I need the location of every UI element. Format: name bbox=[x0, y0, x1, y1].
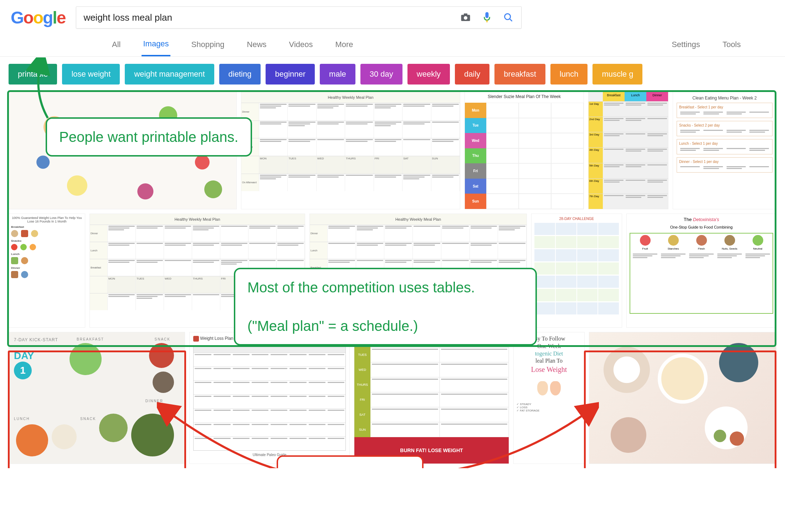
thumb-title: Slender Suzie Meal Plan Of The Week bbox=[465, 92, 584, 103]
image-results: Healthy Weekly Meal Plan Dinner Lunch Br… bbox=[0, 92, 785, 464]
chip-male[interactable]: male bbox=[320, 64, 355, 85]
result-thumb[interactable]: Slender Suzie Meal Plan Of The Week Mon … bbox=[465, 92, 584, 209]
chip-weekly[interactable]: weekly bbox=[407, 64, 450, 85]
tab-videos[interactable]: Videos bbox=[288, 34, 314, 56]
thumb-title: Healthy Weekly Meal Plan bbox=[90, 214, 305, 225]
tab-all[interactable]: All bbox=[111, 34, 122, 56]
chip-dieting[interactable]: dieting bbox=[219, 64, 261, 85]
thumb-title: Healthy Weekly Meal Plan bbox=[310, 214, 527, 225]
chip-muscle-g[interactable]: muscle g bbox=[592, 64, 642, 85]
search-icon[interactable] bbox=[503, 12, 514, 23]
thumb-title: Clean Eating Menu Plan - Week 2 bbox=[677, 96, 773, 101]
tab-shopping[interactable]: Shopping bbox=[190, 34, 226, 56]
arrow-icon bbox=[157, 402, 285, 468]
result-thumb-fitbit[interactable] bbox=[589, 332, 776, 464]
thumb-title: Healthy Weekly Meal Plan bbox=[241, 92, 460, 103]
svg-line-6 bbox=[510, 19, 512, 21]
chip-30-day[interactable]: 30 day bbox=[360, 64, 402, 85]
search-tabs: All Images Shopping News Videos More Set… bbox=[0, 33, 785, 57]
svg-rect-3 bbox=[486, 12, 489, 18]
svg-point-5 bbox=[505, 14, 510, 20]
svg-point-1 bbox=[464, 16, 467, 20]
thumb-title: 100% Guaranteed Weight Loss Plan To Help… bbox=[11, 216, 83, 223]
tab-more[interactable]: More bbox=[334, 34, 354, 56]
microphone-icon[interactable] bbox=[481, 12, 493, 23]
result-thumb[interactable]: The Detoxinista's One-Stop Guide to Food… bbox=[626, 214, 776, 328]
annotation-callout-tables: Most of the competition uses tables. ("M… bbox=[234, 268, 537, 346]
header: Google bbox=[0, 0, 785, 33]
refinement-chips: printablelose weightweight managementdie… bbox=[0, 57, 785, 92]
result-thumb[interactable]: 100% Guaranteed Weight Loss Plan To Help… bbox=[9, 214, 85, 328]
chip-breakfast[interactable]: breakfast bbox=[494, 64, 545, 85]
chip-lunch[interactable]: lunch bbox=[550, 64, 588, 85]
result-thumb[interactable]: Healthy Weekly Meal Plan Dinner Lunch Br… bbox=[241, 92, 460, 209]
thumb-title: 28-DAY CHALLENGE bbox=[534, 217, 619, 221]
google-logo[interactable]: Google bbox=[11, 8, 65, 27]
chip-beginner[interactable]: beginner bbox=[266, 64, 315, 85]
result-row-3: 7-DAY KICK-START DAY 1 BREAKFAST SNACK L… bbox=[9, 332, 776, 464]
search-icons bbox=[460, 12, 514, 23]
tab-images[interactable]: Images bbox=[142, 33, 170, 56]
tab-news[interactable]: News bbox=[246, 34, 268, 56]
tab-tools[interactable]: Tools bbox=[721, 34, 742, 56]
arrow-icon bbox=[449, 402, 599, 468]
chip-weight-management[interactable]: weight management bbox=[125, 64, 214, 85]
chip-daily[interactable]: daily bbox=[455, 64, 489, 85]
result-thumb[interactable]: BreakfastLunchDinner 1st Day 2nd Day 3rd… bbox=[588, 92, 668, 209]
svg-rect-2 bbox=[464, 14, 467, 15]
search-input[interactable] bbox=[83, 12, 460, 23]
result-thumb[interactable]: Clean Eating Menu Plan - Week 2 Breakfas… bbox=[673, 92, 776, 209]
result-thumb[interactable]: 28-DAY CHALLENGE bbox=[531, 214, 622, 328]
annotation-callout-fitbit: No tables for Fitbit. bbox=[277, 455, 424, 468]
thumb-title: One-Stop Guide to Food Combining bbox=[630, 225, 773, 229]
thumb-title: Weight Loss Plan bbox=[200, 336, 233, 341]
camera-icon[interactable] bbox=[460, 12, 471, 23]
arrow-icon bbox=[26, 57, 73, 122]
search-box[interactable] bbox=[76, 6, 522, 29]
tab-settings[interactable]: Settings bbox=[670, 34, 702, 56]
annotation-callout-printable: People want printable plans. bbox=[46, 117, 252, 157]
